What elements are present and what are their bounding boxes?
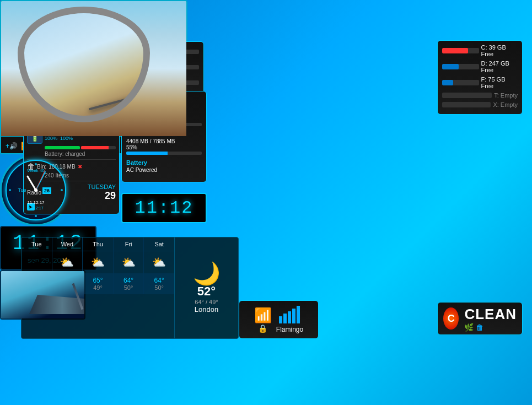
current-city: London	[195, 305, 218, 314]
wifi-ssid: Flamingo	[276, 326, 303, 333]
svg-point-0	[35, 163, 37, 165]
weather-day-thu: Thu	[83, 237, 114, 251]
weather-icon-2: ⛅	[83, 251, 114, 273]
weather-icon-4: ⛅	[144, 251, 174, 273]
svg-point-3	[61, 189, 63, 191]
svg-point-7	[34, 188, 37, 192]
drive-detail-x: X: Empty	[493, 101, 518, 108]
clean-logo-icon: C	[443, 307, 459, 330]
current-temp: 52°	[197, 284, 216, 299]
drive-detail-f: F: 75 GB Free	[481, 76, 518, 89]
clock-face: Week 40 Tue 26 11:12:17 11:12:17	[6, 160, 66, 220]
delete-icon: ✖	[78, 164, 82, 170]
radio-num: 29	[88, 190, 116, 202]
svg-point-2	[9, 189, 11, 191]
wifi-lock-icon: 🔒	[254, 324, 272, 333]
current-range: 64° / 49°	[195, 299, 218, 305]
weather-icon-1: ⛅	[52, 251, 83, 273]
weather-day-tue: Tue	[22, 237, 52, 251]
batt-detail-title: Battery	[126, 159, 202, 166]
wifi-signal-bars	[279, 306, 300, 323]
clean-widget[interactable]: C CLEAN 🌿 🗑	[437, 302, 523, 335]
svg-text:26: 26	[44, 188, 50, 193]
volume-icon[interactable]: +🔊	[6, 142, 18, 150]
thumbnail-widget	[0, 270, 85, 320]
weather-current-section: 🌙 52° 64° / 49° London	[175, 237, 238, 338]
clean-trash-icon: 🗑	[476, 323, 483, 332]
video-player-widget: +🔊 ⏪ ▶ ⏩ ⏹	[0, 0, 187, 154]
drive-detail-widget: C: 39 GB Free D: 247 GB Free F: 75 GB Fr…	[437, 40, 523, 115]
weather-day-sat: Sat	[144, 237, 174, 251]
svg-text:11:12:17: 11:12:17	[28, 206, 43, 210]
svg-text:Tue: Tue	[18, 187, 26, 193]
battery-status: Battery: charged	[27, 151, 116, 157]
weather-day-fri: Fri	[114, 237, 144, 251]
svg-text:11:12:17: 11:12:17	[27, 200, 45, 205]
drive-detail-t: T: Empty	[494, 92, 518, 99]
clean-leaf-icon: 🌿	[464, 323, 474, 332]
clean-label: CLEAN	[464, 306, 517, 323]
thumbnail-image	[1, 271, 84, 318]
weather-icon-0: 🌤	[22, 251, 52, 273]
wifi-widget: 📶 🔒 Flamingo	[239, 300, 319, 339]
analog-clock-widget: Week 40 Tue 26 11:12:17 11:12:17	[0, 154, 72, 226]
ram-val: 4408 MB / 7885 MB	[126, 138, 202, 144]
weather-day-wed: Wed	[52, 237, 83, 251]
svg-text:Week 40: Week 40	[27, 168, 45, 173]
drive-detail-c: C: 39 GB Free	[481, 44, 518, 57]
moon-icon: 🌙	[193, 262, 221, 284]
svg-line-4	[28, 176, 36, 190]
batt-val: AC Powered	[126, 167, 202, 173]
wifi-big-icon: 📶	[254, 307, 272, 324]
ram-pct: 55%	[126, 144, 202, 150]
drive-detail-d: D: 247 GB Free	[481, 60, 518, 73]
dig-clock-time: 11:12	[135, 198, 193, 218]
video-screen	[1, 1, 186, 136]
weather-icon-3: ⛅	[114, 251, 144, 273]
svg-point-1	[35, 215, 37, 217]
digital-clock-widget: 11:12	[121, 193, 207, 223]
radio-day: TUESDAY	[88, 183, 116, 190]
